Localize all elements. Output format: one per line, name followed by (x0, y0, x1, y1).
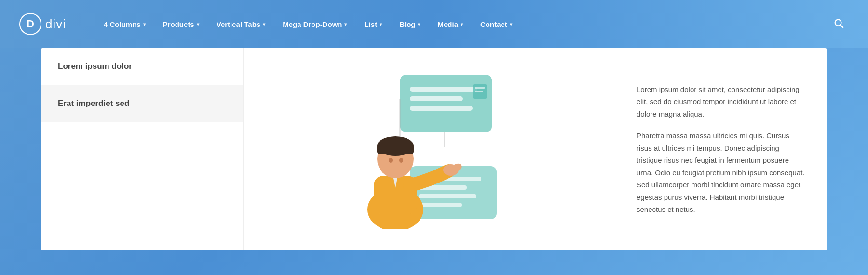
nav-item-label: Contact (480, 20, 507, 28)
sidebar: Lorem ipsum dolor Erat imperdiet sed (41, 48, 244, 250)
nav-item-products[interactable]: Products ▾ (154, 15, 208, 33)
main-content: Lorem ipsum dolor Erat imperdiet sed (0, 48, 868, 250)
svg-rect-14 (419, 203, 462, 207)
svg-rect-2 (400, 75, 492, 132)
chevron-down-icon: ▾ (143, 22, 146, 27)
chevron-down-icon: ▾ (344, 22, 347, 27)
svg-rect-7 (475, 87, 485, 89)
svg-rect-9 (444, 132, 445, 147)
svg-line-1 (841, 25, 843, 27)
svg-rect-3 (410, 87, 477, 92)
chevron-down-icon: ▾ (197, 22, 199, 27)
chevron-down-icon: ▾ (418, 22, 420, 27)
text-area: Lorem ipsum dolor sit amet, consectetur … (615, 48, 827, 250)
logo-text: divi (45, 17, 66, 32)
nav-item-media[interactable]: Media ▾ (429, 15, 472, 33)
nav-item-label: 4 Columns (104, 20, 141, 28)
main-nav: 4 Columns ▾Products ▾Vertical Tabs ▾Mega… (95, 15, 828, 33)
chevron-down-icon: ▾ (461, 22, 463, 27)
illustration-svg (347, 70, 511, 229)
paragraph-1: Lorem ipsum dolor sit amet, consectetur … (637, 83, 805, 120)
nav-item-label: List (364, 20, 377, 28)
logo-icon: D (19, 13, 41, 35)
svg-point-23 (399, 158, 403, 163)
svg-rect-5 (410, 106, 473, 111)
nav-item-label: Mega Drop-Down (283, 20, 342, 28)
nav-item-label: Vertical Tabs (217, 20, 260, 28)
nav-item-contact[interactable]: Contact ▾ (472, 15, 521, 33)
illustration-area (244, 48, 615, 250)
header: D divi 4 Columns ▾Products ▾Vertical Tab… (0, 0, 868, 48)
logo[interactable]: D divi (19, 13, 66, 35)
sidebar-item-lorem[interactable]: Lorem ipsum dolor (41, 48, 243, 85)
nav-item-mega-drop-down[interactable]: Mega Drop-Down ▾ (274, 15, 355, 33)
chevron-down-icon: ▾ (380, 22, 382, 27)
nav-item-list[interactable]: List ▾ (355, 15, 391, 33)
nav-item-4-columns[interactable]: 4 Columns ▾ (95, 15, 154, 33)
nav-item-label: Products (163, 20, 194, 28)
svg-rect-21 (377, 144, 414, 154)
nav-item-label: Blog (399, 20, 415, 28)
svg-point-22 (389, 158, 393, 163)
nav-item-vertical-tabs[interactable]: Vertical Tabs ▾ (208, 15, 274, 33)
content-card: Lorem ipsum dolor Erat imperdiet sed (41, 48, 827, 250)
chevron-down-icon: ▾ (510, 22, 512, 27)
chevron-down-icon: ▾ (263, 22, 265, 27)
svg-rect-4 (410, 96, 463, 101)
paragraph-2: Pharetra massa massa ultricies mi quis. … (637, 130, 805, 216)
nav-item-blog[interactable]: Blog ▾ (391, 15, 429, 33)
svg-rect-8 (475, 91, 483, 92)
sidebar-item-erat[interactable]: Erat imperdiet sed (41, 85, 243, 122)
search-icon[interactable] (828, 13, 849, 36)
svg-rect-13 (419, 194, 476, 198)
nav-item-label: Media (437, 20, 458, 28)
svg-rect-15 (399, 99, 401, 137)
